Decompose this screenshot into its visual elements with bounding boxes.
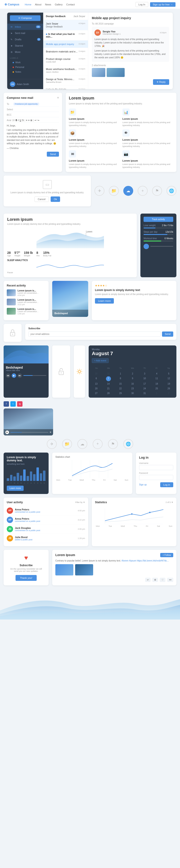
ok-button[interactable]: Ok [51,196,60,202]
learn-more-button[interactable]: Learn more [95,298,114,304]
calendar-day[interactable]: 21 [102,386,114,391]
calendar-day[interactable]: 15 [115,382,126,386]
retweet-action-button[interactable]: ♻ [152,578,158,582]
nav-link-gallery[interactable]: Gallery [55,3,63,6]
password-input[interactable] [139,475,173,480]
like-action-button[interactable]: ♡ [160,578,166,582]
video-play-icon[interactable]: ▶ [5,431,9,434]
send-button[interactable]: Send [47,152,59,157]
signup-button[interactable]: Sign up for free → [150,2,176,7]
prev-track-button[interactable]: ⏮ [6,373,10,378]
play-button[interactable]: ▶ [12,373,16,378]
folder-sent[interactable]: ➤ Sent mail [7,30,43,36]
login-button[interactable]: Log In [136,2,148,7]
chart-learn-more-button[interactable]: Learn more [7,486,24,491]
signup-link-button[interactable]: Sign up [139,484,147,486]
calendar-day[interactable]: 2 [127,372,139,376]
strikethrough-btn[interactable]: S [22,119,24,122]
instagram-icon[interactable]: ig [17,401,23,407]
track-activity-button[interactable]: Track activity [144,217,173,222]
calendar-day[interactable]: 24 [139,386,151,391]
plus-icon-2[interactable]: + [93,439,102,449]
twitter-icon[interactable]: t [10,401,16,407]
align-center-btn[interactable]: ≡ [28,119,30,122]
email-item[interactable]: Brainstorm materials and e... 3:44pm [43,48,88,55]
more-action-button[interactable]: ••• [167,578,173,582]
label-notes[interactable]: Notes [7,69,43,74]
close-icon[interactable]: × [57,96,59,99]
login-submit-button[interactable]: Log in [160,482,173,487]
calendar-today[interactable]: 7 [106,376,111,381]
nav-link-home[interactable]: Home [25,3,31,6]
calendar-day[interactable]: 6 [90,376,102,381]
calendar-day[interactable]: 29 [115,391,126,395]
add-event-button[interactable]: + Add event [92,358,109,363]
underline-btn[interactable]: U [20,119,21,122]
compose-button[interactable]: ✏ Compose [10,15,40,21]
thankyou-button[interactable]: Thank you! [16,575,37,581]
email-item[interactable]: Is that what you had in min... 3:44pm [43,30,88,40]
list-btn[interactable]: ⊞ [30,119,32,122]
folder-icon-3[interactable]: 📁 [62,439,72,449]
calendar-day[interactable]: 5 [163,372,175,376]
folder-inbox[interactable]: ✉ Inbox 46 [7,24,43,30]
next-track-button[interactable]: ⏭ [18,373,22,378]
send-icon[interactable]: ✈ [47,439,57,449]
cloud-icon-2[interactable]: ☁ [78,439,87,449]
redo-btn[interactable]: ↪ [37,119,39,122]
calendar-day[interactable]: 11 [151,376,163,381]
calendar-day[interactable]: 23 [127,386,139,391]
email-item[interactable]: Design at Tesla: Mimmo... 3:44pm Samanth… [43,75,88,86]
nav-link-news[interactable]: News [45,3,51,6]
calendar-day[interactable]: 10 [139,376,151,381]
calendar-day[interactable]: 12 [163,376,175,381]
calendar-day[interactable]: 20 [90,386,102,391]
reply-action-button[interactable]: ↩ [145,578,151,582]
cancel-button[interactable]: Cancel [34,196,49,202]
label-work[interactable]: Work [7,60,43,65]
username-input[interactable] [139,465,173,470]
folder-drafts[interactable]: ✎ Drafts 3 [7,36,43,42]
email-item[interactable]: Music wireframe feedback... 3:44pm Jason… [43,65,88,75]
folder-starred[interactable]: ★ Starred [7,42,43,49]
email-item-active[interactable]: Mobile app project inquiry 3:44pm [43,40,88,48]
calendar-day[interactable]: 4 [151,372,163,376]
email-item[interactable]: Product design course 3:44pm Cordis Bell [43,55,88,65]
activity-filter[interactable]: Filter by ▼ [76,501,85,503]
nav-link-contact[interactable]: Contact [66,3,75,6]
undo-btn[interactable]: ↩ [35,119,36,122]
calendar-day[interactable]: 1 [115,372,126,376]
calendar-day[interactable]: 17 [139,382,151,386]
calendar-day[interactable]: 30 [127,391,139,395]
follow-button[interactable]: + Follow [160,553,173,557]
email-item[interactable]: Jack Separ 4:04pm Design feedback [43,20,88,30]
label-personal[interactable]: Personal [7,65,43,69]
facebook-icon[interactable]: f [4,401,9,407]
bold-btn[interactable]: B [16,119,17,122]
subscribe-send-button[interactable]: Send [162,332,173,337]
flag-icon-2[interactable]: ⚑ [108,439,118,449]
calendar-day[interactable]: 1 [151,391,163,395]
calendar-day[interactable]: 25 [151,386,163,391]
calendar-day[interactable]: 31 [102,372,114,376]
calendar-day[interactable]: 22 [115,386,126,391]
statistics-period[interactable]: 2 of 5 ▼ [166,501,173,503]
calendar-day[interactable]: 16 [127,382,139,386]
calendar-day[interactable]: 26 [163,386,175,391]
calendar-day[interactable]: 31 [139,391,151,395]
email-item[interactable]: Links to the tickets 3:44pm Samantha Bro… [43,86,88,89]
subscribe-input[interactable] [28,332,161,337]
italic-btn[interactable]: I [18,119,19,122]
calendar-day[interactable]: 27 [90,391,102,395]
folder-more[interactable]: ⚙ More [7,49,43,55]
globe-icon-2[interactable]: 🌐 [123,439,133,449]
reply-button[interactable]: ✈ Reply [153,79,169,85]
calendar-day[interactable]: 13 [90,382,102,386]
calendar-day[interactable]: 18 [151,382,163,386]
calendar-day[interactable]: 30 [90,372,102,376]
calendar-day[interactable]: 2 [163,391,175,395]
calendar-day[interactable]: 28 [102,391,114,395]
nav-link-about[interactable]: About [35,3,41,6]
calendar-day[interactable]: 3 [139,372,151,376]
align-left-btn[interactable]: ≡ [26,119,27,122]
